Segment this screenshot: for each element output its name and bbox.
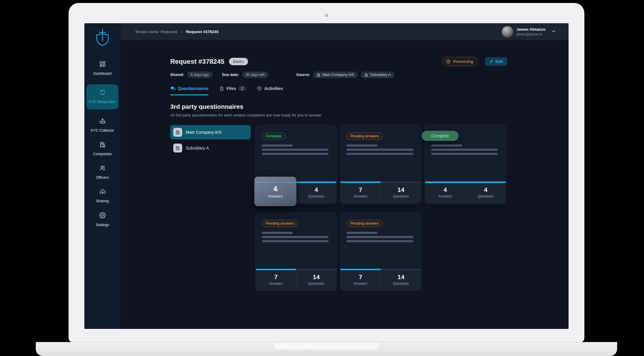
card-footer: 4Answers 4Questions	[425, 183, 506, 203]
pencil-icon	[489, 60, 493, 64]
laptop-notch	[274, 342, 379, 350]
skeleton-line	[262, 153, 329, 155]
sidebar-item-settings[interactable]: Settings	[86, 212, 118, 227]
company-item-subsidiary-a[interactable]: Subsidiary A	[170, 141, 251, 155]
user-email: james@acme.io	[516, 32, 546, 36]
tab-files[interactable]: Files 2	[219, 86, 246, 95]
tab-activities[interactable]: Activities	[257, 86, 283, 95]
sidebar-item-sharing[interactable]: Sharing	[86, 188, 118, 203]
skeleton-line	[346, 232, 377, 234]
history-clock-icon	[257, 86, 262, 91]
skeleton-line	[431, 153, 498, 155]
sidebar-item-kyc-responder[interactable]: KYC Responder	[86, 84, 118, 109]
sidebar-item-label: Settings	[96, 223, 109, 227]
category-badge: Banks	[229, 58, 248, 65]
sidebar-item-label: Officers	[96, 175, 109, 180]
sidebar-item-label: KYC Responder	[89, 100, 116, 104]
sync-arrows-icon	[99, 89, 106, 97]
section-title: 3rd party questionnaires	[170, 103, 507, 110]
laptop-base	[36, 342, 617, 356]
source-chip: Subsidiary A	[361, 71, 394, 78]
card-footer: 7Answers 14Questions	[340, 270, 421, 290]
sidebar-nav: Dashboard KYC Responder	[86, 61, 118, 236]
status-badge-hover-overlay: Complete	[422, 131, 459, 141]
questionnaire-card[interactable]: Complete 4Answers	[256, 125, 337, 203]
shared-label: Shared:	[170, 73, 184, 77]
sidebar-item-dashboard[interactable]: Dashboard	[86, 61, 118, 76]
questions-cell: 4Questions	[465, 183, 506, 203]
skeleton-line	[262, 149, 329, 151]
dashboard-grid-icon	[99, 61, 106, 69]
page-title: Request #378245	[170, 58, 225, 66]
building-icon	[99, 141, 106, 149]
main-content: Request #378245 Banks Processing	[120, 40, 569, 329]
status-badge: Pending answers	[262, 220, 298, 227]
laptop-camera-icon	[325, 14, 328, 17]
due-date-value: 30 days left	[242, 71, 268, 78]
sidebar-item-label: KYC Collector	[91, 128, 114, 133]
questionnaire-card[interactable]: Pending answers 7Answers	[340, 212, 421, 291]
clock-icon	[446, 59, 451, 64]
sidebar-item-label: Sharing	[96, 199, 109, 203]
skeleton-line	[431, 149, 498, 151]
building-icon	[173, 128, 182, 137]
company-item-main-company[interactable]: Main Company A/S	[170, 125, 251, 139]
questions-cell: 14Questions	[381, 183, 421, 203]
card-footer: 7Answers 14Questions	[256, 270, 336, 290]
building-icon	[364, 73, 368, 77]
due-date-label: Due date:	[222, 73, 239, 77]
logo-shield-sword-icon[interactable]	[95, 29, 111, 48]
answers-cell-hover-overlay[interactable]: 4 Answers	[254, 177, 296, 206]
questionnaire-card[interactable]: Pending answers 7Answers	[256, 212, 337, 291]
status-badge: Complete	[262, 133, 286, 140]
edit-button[interactable]: Edit	[485, 57, 507, 66]
tab-bar: Questionnaires Files 2	[170, 86, 507, 95]
document-icon	[219, 86, 224, 91]
chevron-down-icon	[549, 29, 556, 35]
user-menu[interactable]: James Almanzo james@acme.io	[502, 26, 556, 38]
questions-cell: 14Questions	[381, 270, 421, 290]
section-subtitle: All 3rd party questionnaires for each re…	[170, 113, 507, 117]
sidebar-item-kyc-collector[interactable]: KYC Collector	[86, 118, 118, 133]
skeleton-line	[262, 240, 329, 242]
questionnaire-card[interactable]: 4Answers 4Questions Complete	[425, 125, 506, 203]
source-chip: Main Company A/S	[313, 71, 358, 78]
questions-cell: 4Questions	[296, 183, 337, 203]
inbox-download-icon	[99, 118, 106, 125]
building-icon	[317, 73, 321, 77]
sidebar-item-label: Dashboard	[93, 71, 112, 76]
skeleton-line	[262, 236, 329, 238]
answers-cell: 7Answers	[256, 270, 296, 290]
answers-cell: 7Answers	[340, 270, 381, 290]
questionnaire-card[interactable]: Pending answers 7Answers	[340, 125, 421, 203]
sidebar-item-officers[interactable]: Officers	[86, 165, 118, 180]
skeleton-line	[262, 232, 293, 234]
avatar	[502, 26, 513, 38]
skeleton-line	[346, 149, 413, 151]
questionnaire-grid: Complete 4Answers	[256, 125, 506, 291]
building-icon	[173, 144, 182, 153]
cloud-upload-icon	[99, 188, 106, 196]
skeleton-line	[431, 144, 462, 147]
skeleton-line	[346, 144, 377, 147]
breadcrumb-link[interactable]: Tenant name: Requests	[135, 29, 178, 34]
company-name: Main Company A/S	[186, 130, 222, 135]
shared-value: 6 days ago	[187, 71, 213, 78]
breadcrumb: Tenant name: Requests › Request #378245	[135, 29, 219, 34]
company-name: Subsidiary A	[186, 146, 209, 150]
user-name: James Almanzo	[516, 27, 546, 32]
breadcrumb-separator: ›	[181, 29, 182, 34]
files-count-badge: 2	[239, 86, 246, 91]
status-badge: Pending answers	[346, 220, 383, 227]
laptop-shell: Dashboard KYC Responder	[69, 3, 584, 343]
laptop-mockup: Dashboard KYC Responder	[0, 0, 644, 356]
sidebar: Dashboard KYC Responder	[84, 23, 120, 329]
card-footer: 7Answers 14Questions	[340, 183, 421, 203]
breadcrumb-current: Request #378245	[186, 29, 219, 34]
questions-cell: 14Questions	[296, 270, 337, 290]
status-badge: Pending answers	[346, 133, 383, 140]
tab-questionnaires[interactable]: Questionnaires	[170, 86, 208, 95]
app-screen: Dashboard KYC Responder	[84, 23, 569, 329]
sidebar-item-companies[interactable]: Companies	[86, 141, 118, 156]
source-label: Source:	[296, 73, 310, 77]
